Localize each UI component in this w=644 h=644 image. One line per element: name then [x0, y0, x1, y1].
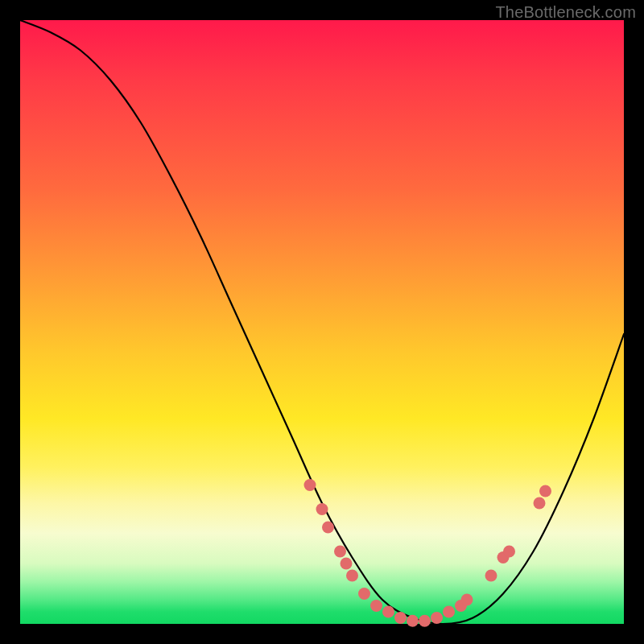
- curve-marker: [322, 522, 334, 534]
- curve-marker: [443, 606, 455, 618]
- curve-marker: [539, 485, 551, 497]
- curve-marker: [461, 594, 473, 606]
- watermark-text: TheBottleneck.com: [495, 3, 636, 22]
- bottleneck-curve: [20, 20, 624, 624]
- curve-marker: [534, 497, 546, 510]
- curve-markers: [304, 479, 552, 627]
- curve-marker: [394, 612, 407, 624]
- chart-frame: TheBottleneck.com: [0, 0, 644, 644]
- curve-marker: [370, 600, 382, 612]
- curve-marker: [407, 615, 419, 627]
- curve-marker: [316, 503, 328, 515]
- plot-area: [20, 20, 624, 624]
- curve-marker: [346, 570, 358, 582]
- curve-marker: [358, 588, 370, 600]
- curve-marker: [503, 546, 515, 558]
- curve-marker: [382, 606, 394, 618]
- curve-marker: [341, 558, 353, 570]
- curve-marker: [485, 570, 497, 582]
- curve-marker: [419, 615, 431, 627]
- curve-svg: [20, 20, 624, 624]
- curve-marker: [334, 546, 346, 558]
- curve-marker: [431, 612, 443, 624]
- curve-marker: [304, 479, 316, 491]
